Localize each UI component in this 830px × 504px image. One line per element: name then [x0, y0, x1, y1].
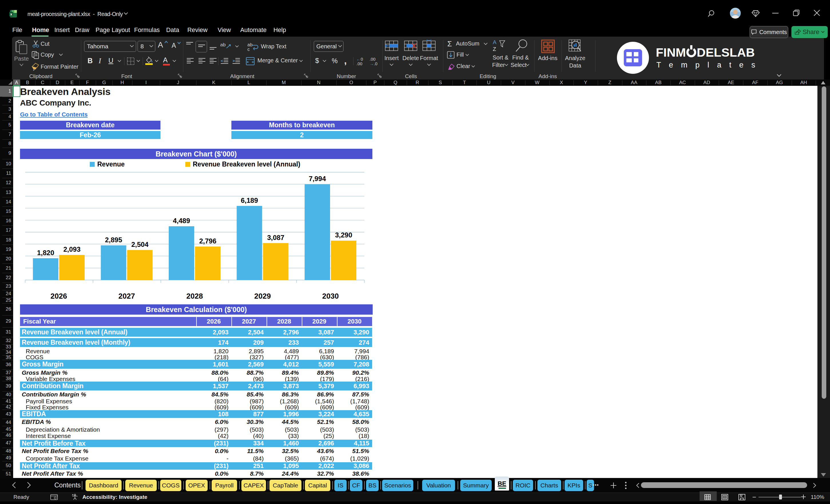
svg-text:2029: 2029	[254, 292, 271, 300]
svg-text:2,796: 2,796	[199, 237, 216, 245]
svg-text:4,489: 4,489	[173, 217, 190, 224]
svg-text:3,290: 3,290	[335, 231, 352, 239]
svg-text:2,895: 2,895	[105, 236, 122, 244]
svg-text:7,994: 7,994	[309, 175, 326, 183]
svg-text:x: x	[10, 12, 12, 16]
svg-text:Revenue Breakeven level (Annua: Revenue Breakeven level (Annual)	[193, 160, 300, 168]
svg-text:1,820: 1,820	[37, 249, 54, 257]
svg-text:2026: 2026	[51, 292, 67, 300]
svg-text:2,093: 2,093	[63, 245, 81, 253]
svg-text:A: A	[493, 39, 497, 45]
svg-text:2028: 2028	[187, 292, 203, 300]
svg-text:Z: Z	[493, 46, 496, 52]
svg-text:2,504: 2,504	[131, 241, 149, 248]
svg-text:6,189: 6,189	[241, 196, 258, 204]
svg-text:Revenue: Revenue	[97, 160, 125, 168]
svg-text:3,087: 3,087	[267, 234, 284, 242]
svg-text:2030: 2030	[322, 292, 339, 300]
svg-text:2027: 2027	[119, 292, 135, 300]
